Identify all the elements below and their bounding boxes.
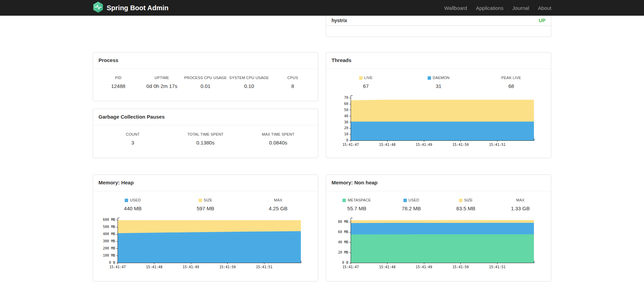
svg-text:10: 10: [344, 132, 348, 136]
garbage-collection-card: Garbage Collection Pauses COUNT 3 TOTAL …: [93, 109, 318, 158]
navbar: Spring Boot Admin Wallboard Applications…: [0, 0, 644, 16]
svg-text:70: 70: [344, 96, 348, 100]
legend-swatch-metaspace: [342, 199, 346, 202]
svg-text:80 MB: 80 MB: [338, 220, 348, 224]
legend-label: LIVE: [364, 76, 373, 80]
stat-value: 67: [329, 83, 402, 89]
brand-title: Spring Boot Admin: [107, 4, 168, 12]
legend-swatch-size: [459, 199, 462, 202]
legend-label: METASPACE: [348, 198, 371, 202]
svg-text:15:41:47: 15:41:47: [342, 143, 359, 147]
svg-text:15:41:50: 15:41:50: [453, 143, 469, 147]
stat-value: 0.01: [184, 83, 227, 89]
stat-value: 597 MB: [169, 206, 242, 212]
stat-value: 0.0840s: [242, 140, 315, 146]
legend-label: SIZE: [204, 198, 212, 202]
svg-text:20 MB: 20 MB: [338, 250, 348, 254]
stat-label: SIZE: [439, 198, 493, 202]
stat-daemon: DAEMON 31: [402, 76, 475, 89]
stat-peak-live: PEAK LIVE 68: [475, 76, 548, 89]
stat-value: 31: [402, 83, 475, 89]
svg-text:100 MB: 100 MB: [103, 254, 115, 257]
top-spacer: [93, 16, 318, 52]
process-stats: PID 12488 UPTIME 0d 0h 2m 17s PROCESS CP…: [93, 69, 318, 89]
stat-process-cpu-usage: PROCESS CPU USAGE 0.01: [184, 76, 227, 89]
stat-value: 0.10: [227, 83, 271, 89]
stat-heap-max: MAX 4.25 GB: [242, 198, 315, 212]
stat-nonheap-used: USED 78.2 MB: [384, 198, 439, 212]
svg-text:15:41:48: 15:41:48: [379, 143, 396, 147]
stat-label: USED: [384, 198, 439, 202]
stat-label: PROCESS CPU USAGE: [184, 76, 227, 80]
stat-heap-used: USED 440 MB: [96, 198, 169, 212]
stat-label: USED: [96, 198, 169, 202]
svg-text:0 B: 0 B: [109, 261, 115, 264]
application-name: hystrix: [332, 18, 347, 23]
threads-card-title: Threads: [326, 52, 551, 69]
right-column: hystrix UP Threads LIVE 67: [326, 16, 551, 282]
brand-link[interactable]: Spring Boot Admin: [93, 2, 168, 14]
svg-text:60 MB: 60 MB: [338, 230, 348, 234]
main-content: Process PID 12488 UPTIME 0d 0h 2m 17s PR…: [93, 16, 551, 282]
nav-item-journal[interactable]: Journal: [508, 5, 534, 11]
threads-stats: LIVE 67 DAEMON 31 PEAK LIVE: [326, 69, 551, 89]
stat-label: MAX: [242, 198, 315, 202]
gc-card-title: Garbage Collection Pauses: [93, 109, 318, 125]
svg-text:300 MB: 300 MB: [103, 239, 115, 243]
svg-text:15:41:48: 15:41:48: [146, 265, 163, 269]
svg-text:20: 20: [344, 126, 348, 130]
application-list-card: hystrix UP: [326, 16, 551, 37]
left-column: Process PID 12488 UPTIME 0d 0h 2m 17s PR…: [93, 16, 318, 282]
stat-metaspace: METASPACE 55.7 MB: [329, 198, 384, 212]
memory-nonheap-stats: METASPACE 55.7 MB USED 78.2 MB: [326, 191, 551, 212]
stat-label: DAEMON: [402, 76, 475, 80]
stat-value: 0.1380s: [169, 140, 242, 146]
stat-value: 8: [271, 83, 315, 89]
svg-text:60: 60: [344, 102, 348, 106]
stat-max-time-spent: MAX TIME SPENT 0.0840s: [242, 132, 315, 146]
application-row-hystrix[interactable]: hystrix UP: [326, 16, 551, 26]
stat-value: 1.33 GB: [493, 206, 548, 212]
process-card: Process PID 12488 UPTIME 0d 0h 2m 17s PR…: [93, 52, 318, 101]
threads-card: Threads LIVE 67 DAEMON: [326, 52, 551, 158]
svg-text:15:41:51: 15:41:51: [256, 265, 272, 269]
stat-pid: PID 12488: [96, 76, 140, 89]
stat-label: SIZE: [169, 198, 242, 202]
svg-text:600 MB: 600 MB: [103, 218, 115, 222]
stat-nonheap-max: MAX 1.33 GB: [493, 198, 548, 212]
stat-label: METASPACE: [329, 198, 384, 202]
svg-text:40: 40: [344, 114, 348, 118]
stat-label: COUNT: [96, 132, 169, 137]
memory-nonheap-card: Memory: Non heap METASPACE 55.7 MB: [326, 174, 551, 282]
stat-value: 4.25 GB: [242, 206, 315, 212]
svg-text:40 MB: 40 MB: [338, 240, 348, 244]
nav-links: Wallboard Applications Journal About: [440, 5, 551, 11]
svg-text:15:41:47: 15:41:47: [109, 265, 126, 269]
stat-label: PEAK LIVE: [475, 76, 548, 80]
stat-label: SYSTEM CPU USAGE: [227, 76, 271, 80]
legend-label: DAEMON: [433, 76, 449, 80]
stat-label: MAX TIME SPENT: [242, 132, 315, 137]
stat-label: UPTIME: [140, 76, 184, 80]
nav-item-applications[interactable]: Applications: [472, 5, 508, 11]
memory-nonheap-chart: 0 B20 MB40 MB60 MB80 MB15:41:4715:41:481…: [326, 212, 551, 273]
stat-heap-size: SIZE 597 MB: [169, 198, 242, 212]
legend-swatch-size: [199, 199, 202, 202]
stat-value: 0d 0h 2m 17s: [140, 83, 184, 89]
memory-nonheap-card-title: Memory: Non heap: [326, 175, 551, 191]
memory-heap-card-title: Memory: Heap: [93, 175, 318, 191]
legend-swatch-live: [359, 76, 363, 80]
nav-item-wallboard[interactable]: Wallboard: [440, 5, 472, 11]
stat-value: 440 MB: [96, 206, 169, 212]
stat-label: TOTAL TIME SPENT: [169, 132, 242, 137]
stat-cpus: CPUS 8: [271, 76, 315, 89]
legend-swatch-daemon: [428, 76, 431, 80]
svg-text:15:41:49: 15:41:49: [183, 265, 199, 269]
nav-item-about[interactable]: About: [534, 5, 551, 11]
stat-label: PID: [96, 76, 140, 80]
stat-label: LIVE: [329, 76, 402, 80]
stat-label: MAX: [493, 198, 548, 202]
svg-text:15:41:49: 15:41:49: [416, 265, 432, 269]
svg-text:500 MB: 500 MB: [103, 225, 115, 229]
threads-chart: 01020304050607015:41:4715:41:4815:41:491…: [326, 89, 551, 151]
